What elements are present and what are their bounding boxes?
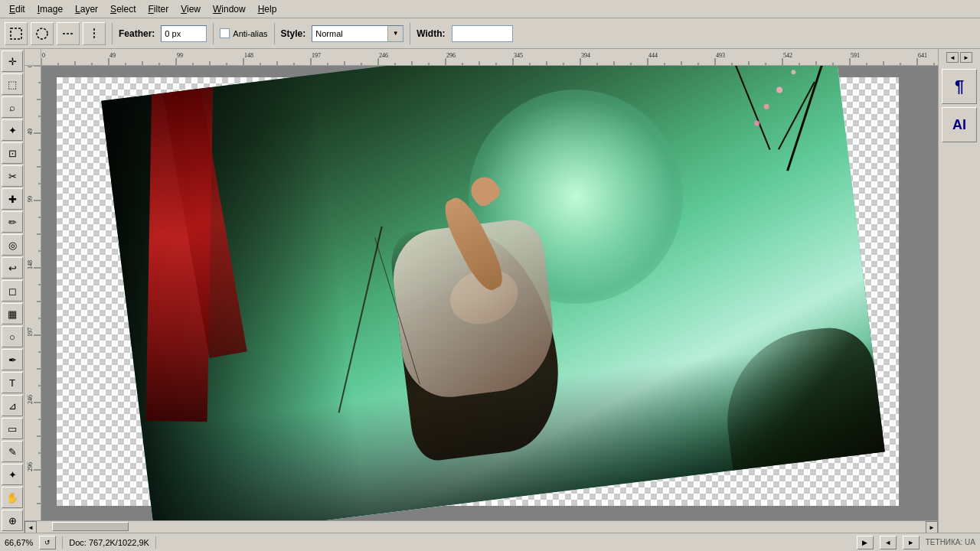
horizontal-ruler xyxy=(41,49,938,66)
feather-label: Feather: xyxy=(119,28,155,39)
tool-gradient[interactable]: ▦ xyxy=(2,303,23,324)
single-col-select-button[interactable] xyxy=(83,22,106,45)
main-area: ✛ ⬚ ⌕ ✦ ⊡ ✂ ✚ ✏ ◎ ↩ ◻ ▦ ○ ✒ T ⊿ ▭ ✎ ✦ ✋ … xyxy=(0,49,980,533)
horizontal-scrollbar: ◄ ► xyxy=(24,520,938,533)
tool-dodge[interactable]: ○ xyxy=(2,326,23,347)
tool-zoom[interactable]: ⊕ xyxy=(2,510,23,531)
tool-shape[interactable]: ▭ xyxy=(2,418,23,439)
menu-view[interactable]: View xyxy=(175,2,207,16)
doc-info: Doc: 767,2K/1022,9K xyxy=(69,538,149,547)
hand-raised xyxy=(466,172,503,210)
menu-help[interactable]: Help xyxy=(252,2,283,16)
toolbar-separator-2 xyxy=(213,23,214,44)
rect-select-button[interactable] xyxy=(5,22,28,45)
tool-text[interactable]: T xyxy=(2,372,23,393)
zoom-level: 66,67% xyxy=(5,538,33,547)
style-arrow[interactable]: ▼ xyxy=(387,26,403,41)
width-input[interactable] xyxy=(452,25,513,42)
scroll-left-arrow[interactable]: ◄ xyxy=(24,521,37,533)
style-dropdown[interactable]: Normal ▼ xyxy=(312,25,403,42)
antialias-checkbox[interactable] xyxy=(220,28,230,38)
tool-pen[interactable]: ✒ xyxy=(2,349,23,370)
tool-magic[interactable]: ✦ xyxy=(2,119,23,141)
svg-point-1 xyxy=(37,28,47,39)
antialias-label: Anti-alias xyxy=(233,29,267,38)
tool-move[interactable]: ✛ xyxy=(2,51,23,72)
single-row-select-button[interactable] xyxy=(57,22,80,45)
ellipse-select-button[interactable] xyxy=(31,22,54,45)
tool-brush[interactable]: ✏ xyxy=(2,211,23,233)
menu-filter[interactable]: Filter xyxy=(142,2,175,16)
style-value: Normal xyxy=(312,29,387,38)
tool-heal[interactable]: ✚ xyxy=(2,188,23,210)
canvas-container xyxy=(57,77,899,506)
ai-panel-button[interactable]: AI xyxy=(942,107,977,142)
status-separator-2 xyxy=(155,536,156,549)
toolbar: Feather: Anti-alias Style: Normal ▼ Widt… xyxy=(0,18,980,49)
tool-hand[interactable]: ✋ xyxy=(2,487,23,508)
menu-select[interactable]: Select xyxy=(104,2,142,16)
scroll-right-arrow[interactable]: ► xyxy=(926,521,938,533)
toolbar-separator-4 xyxy=(410,23,410,44)
ruler-h-row xyxy=(24,49,938,66)
feather-input[interactable] xyxy=(161,25,207,42)
menu-image[interactable]: Image xyxy=(31,2,69,16)
tool-crop[interactable]: ⊡ xyxy=(2,142,23,164)
tool-eraser[interactable]: ◻ xyxy=(2,280,23,302)
panel-scroll-down[interactable]: ► xyxy=(960,52,972,63)
menu-edit[interactable]: Edit xyxy=(3,2,31,16)
tool-stamp[interactable]: ◎ xyxy=(2,234,23,256)
tool-slice[interactable]: ✂ xyxy=(2,165,23,187)
watermark-text: ТЕТНИКА: UA xyxy=(926,538,975,546)
width-label: Width: xyxy=(416,28,445,39)
menubar: Edit Image Layer Select Filter View Wind… xyxy=(0,0,980,18)
ruler-corner xyxy=(24,49,41,66)
canvas-viewport[interactable] xyxy=(41,66,938,520)
artwork-layer xyxy=(101,66,885,520)
style-label: Style: xyxy=(281,28,306,39)
menu-layer[interactable]: Layer xyxy=(69,2,104,16)
status-prev-button[interactable]: ◄ xyxy=(880,536,897,549)
svg-rect-0 xyxy=(11,28,21,39)
panel-scroll-up[interactable]: ◄ xyxy=(946,52,959,63)
toolbar-separator-3 xyxy=(274,23,275,44)
tool-select[interactable]: ⬚ xyxy=(2,73,23,95)
toolbar-separator-1 xyxy=(112,23,113,44)
menu-window[interactable]: Window xyxy=(207,2,252,16)
status-play-button[interactable]: ▶ xyxy=(857,536,874,549)
status-separator-1 xyxy=(62,536,63,549)
toolbox: ✛ ⬚ ⌕ ✦ ⊡ ✂ ✚ ✏ ◎ ↩ ◻ ▦ ○ ✒ T ⊿ ▭ ✎ ✦ ✋ … xyxy=(0,49,24,533)
scroll-thumb-h[interactable] xyxy=(52,522,129,531)
tool-history[interactable]: ↩ xyxy=(2,257,23,279)
figure-area xyxy=(266,153,590,477)
statusbar: 66,67% ↺ Doc: 767,2K/1022,9K ▶ ◄ ► ТЕТНИ… xyxy=(0,533,980,551)
tool-eyedropper[interactable]: ✦ xyxy=(2,464,23,485)
canvas-area: ◄ ► xyxy=(24,49,938,533)
status-next-button[interactable]: ► xyxy=(903,536,920,549)
canvas-row xyxy=(24,66,938,520)
tool-path[interactable]: ⊿ xyxy=(2,395,23,416)
antialias-area: Anti-alias xyxy=(220,28,267,38)
tool-lasso[interactable]: ⌕ xyxy=(2,96,23,118)
vertical-ruler xyxy=(24,66,41,520)
status-refresh-button[interactable]: ↺ xyxy=(39,536,56,549)
paragraph-panel-button[interactable]: ¶ xyxy=(942,69,977,104)
tool-notes[interactable]: ✎ xyxy=(2,441,23,462)
scroll-track-h[interactable] xyxy=(37,521,926,533)
right-panel: ◄ ► ¶ AI xyxy=(938,49,980,533)
